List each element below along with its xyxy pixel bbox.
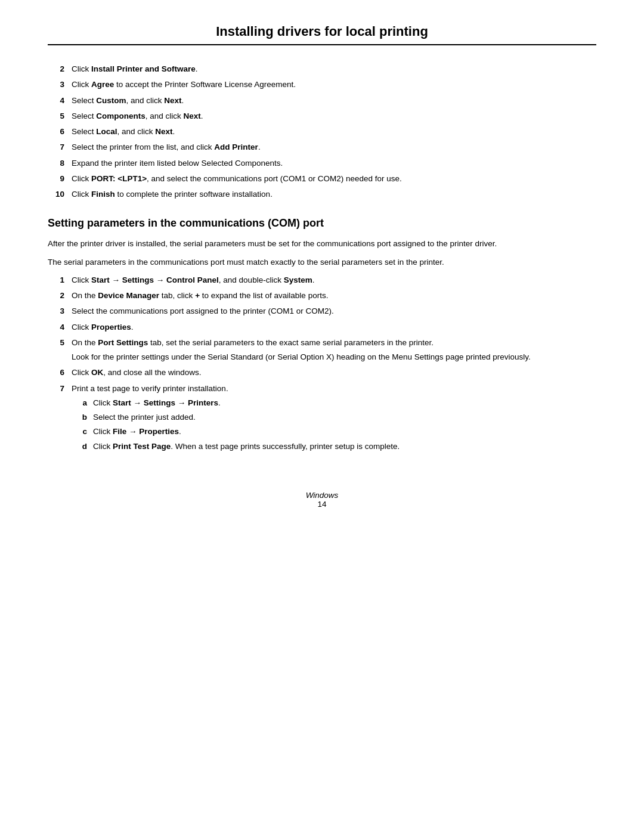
step-content: Select Local, and click Next.: [72, 126, 596, 138]
sub-list-item: bSelect the printer just added.: [72, 411, 596, 423]
step-number: 10: [48, 188, 72, 200]
step-number: 5: [48, 110, 72, 122]
sub-step-letter: d: [72, 441, 93, 453]
step-content: Click Finish to complete the printer sof…: [72, 188, 596, 200]
sub-step-letter: a: [72, 397, 93, 409]
list-item: 4Select Custom, and click Next.: [48, 95, 596, 107]
sub-list-item: dClick Print Test Page. When a test page…: [72, 441, 596, 453]
step-main-text: Click Properties.: [72, 323, 134, 332]
sub-step-letter: c: [72, 426, 93, 438]
step-note: Look for the printer settings under the …: [72, 351, 596, 363]
step-number: 7: [48, 383, 72, 395]
list-item: 3Click Agree to accept the Printer Softw…: [48, 79, 596, 91]
steps-list-part2: 1Click Start → Settings → Control Panel,…: [48, 274, 596, 455]
step-content: Select the communications port assigned …: [72, 305, 596, 317]
list-item: 2On the Device Manager tab, click + to e…: [48, 290, 596, 302]
step-content: Click Agree to accept the Printer Softwa…: [72, 79, 596, 91]
intro-paragraph-1: After the printer driver is installed, t…: [48, 238, 596, 250]
step-main-text: On the Port Settings tab, set the serial…: [72, 338, 434, 347]
step-content: Select Custom, and click Next.: [72, 95, 596, 107]
section2-title: Setting parameters in the communications…: [48, 217, 596, 230]
step-number: 9: [48, 173, 72, 185]
footer-page-number: 14: [48, 500, 596, 509]
list-item: 1Click Start → Settings → Control Panel,…: [48, 274, 596, 286]
list-item: 7Select the printer from the list, and c…: [48, 141, 596, 153]
step-main-text: Print a test page to verify printer inst…: [72, 384, 228, 393]
list-item: 3Select the communications port assigned…: [48, 305, 596, 317]
steps-list-part1: 2Click Install Printer and Software.3Cli…: [48, 63, 596, 200]
step-content: Expand the printer item listed below Sel…: [72, 157, 596, 169]
step-number: 3: [48, 79, 72, 91]
sub-list-item: cClick File → Properties.: [72, 426, 596, 438]
step-main-text: Click OK, and close all the windows.: [72, 368, 202, 377]
step-number: 4: [48, 95, 72, 107]
step-content: Select the printer from the list, and cl…: [72, 141, 596, 153]
sub-step-letter: b: [72, 411, 93, 423]
step-number: 3: [48, 305, 72, 317]
sub-step-content: Click File → Properties.: [93, 426, 596, 438]
sub-list: aClick Start → Settings → Printers.bSele…: [72, 397, 596, 453]
list-item: 2Click Install Printer and Software.: [48, 63, 596, 75]
step-content: Click OK, and close all the windows.: [72, 367, 596, 379]
footer: Windows 14: [48, 491, 596, 509]
list-item: 10Click Finish to complete the printer s…: [48, 188, 596, 200]
step-number: 2: [48, 63, 72, 75]
step-number: 6: [48, 367, 72, 379]
page-title: Installing drivers for local printing: [48, 24, 596, 45]
step-content: Select Components, and click Next.: [72, 110, 596, 122]
list-item: 7Print a test page to verify printer ins…: [48, 383, 596, 455]
step-number: 2: [48, 290, 72, 302]
sub-step-content: Click Print Test Page. When a test page …: [93, 441, 596, 453]
list-item: 6Select Local, and click Next.: [48, 126, 596, 138]
sub-list-item: aClick Start → Settings → Printers.: [72, 397, 596, 409]
step-content: Click PORT: <LPT1>, and select the commu…: [72, 173, 596, 185]
list-item: 4Click Properties.: [48, 321, 596, 333]
step-number: 1: [48, 274, 72, 286]
step-content: On the Device Manager tab, click + to ex…: [72, 290, 596, 302]
intro-paragraph-2: The serial parameters in the communicati…: [48, 256, 596, 268]
step-content: Click Properties.: [72, 321, 596, 333]
step-number: 6: [48, 126, 72, 138]
step-main-text: On the Device Manager tab, click + to ex…: [72, 291, 328, 300]
list-item: 6Click OK, and close all the windows.: [48, 367, 596, 379]
list-item: 8Expand the printer item listed below Se…: [48, 157, 596, 169]
step-number: 8: [48, 157, 72, 169]
sub-step-content: Select the printer just added.: [93, 411, 596, 423]
step-number: 7: [48, 141, 72, 153]
page-title-container: Installing drivers for local printing: [48, 24, 596, 45]
step-main-text: Click Start → Settings → Control Panel, …: [72, 275, 314, 284]
footer-os: Windows: [48, 491, 596, 500]
step-content: Click Install Printer and Software.: [72, 63, 596, 75]
step-content: Print a test page to verify printer inst…: [72, 383, 596, 455]
step-content: On the Port Settings tab, set the serial…: [72, 337, 596, 364]
step-main-text: Select the communications port assigned …: [72, 306, 334, 315]
list-item: 5Select Components, and click Next.: [48, 110, 596, 122]
step-number: 5: [48, 337, 72, 349]
list-item: 9Click PORT: <LPT1>, and select the comm…: [48, 173, 596, 185]
step-content: Click Start → Settings → Control Panel, …: [72, 274, 596, 286]
sub-step-content: Click Start → Settings → Printers.: [93, 397, 596, 409]
list-item: 5On the Port Settings tab, set the seria…: [48, 337, 596, 364]
step-number: 4: [48, 321, 72, 333]
